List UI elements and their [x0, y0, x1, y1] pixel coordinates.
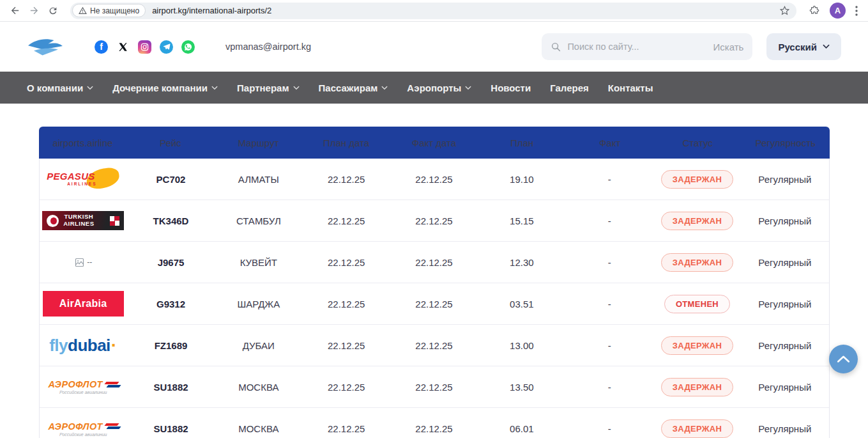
chevron-down-icon	[823, 44, 830, 49]
column-header-7: Статус	[653, 137, 742, 148]
flight-number: J9675	[127, 257, 215, 268]
plan-time: 12.30	[478, 257, 565, 268]
aeroflot-logo: АЭРОФЛОТРоссийские авиалинии	[48, 421, 118, 437]
flight-number: G9312	[127, 299, 215, 309]
nav-item-label: Пассажирам	[319, 82, 378, 93]
aeroflot-wing-icon	[105, 382, 118, 387]
fact-time: -	[565, 299, 653, 309]
airline-logo-cell: АЭРОФЛОТРоссийские авиалинии	[40, 421, 127, 437]
security-chip-label: Не защищено	[90, 6, 139, 15]
plan-time: 06.01	[478, 423, 565, 434]
fact-date: 22.12.25	[390, 257, 478, 268]
browser-actions: A	[805, 3, 862, 19]
security-chip[interactable]: Не защищено	[72, 4, 146, 17]
fact-time: -	[565, 423, 653, 434]
status-cell: ЗАДЕРЖАН	[653, 378, 741, 396]
status-badge: ЗАДЕРЖАН	[661, 419, 733, 438]
route: КУВЕЙТ	[215, 257, 302, 268]
aeroflot-wing-icon	[105, 423, 118, 429]
nav-item-4[interactable]: Аэропорты	[407, 82, 471, 93]
table-row: АЭРОФЛОТРоссийские авиалинииSU1882МОСКВА…	[40, 408, 829, 438]
site-header: f vpmanas@airport.kg Искать Русский	[0, 22, 868, 72]
site-logo[interactable]	[27, 35, 64, 58]
whatsapp-icon[interactable]	[181, 40, 195, 54]
chevron-down-icon	[465, 86, 471, 90]
flight-number: SU1882	[127, 382, 215, 393]
x-icon[interactable]	[116, 40, 130, 54]
nav-item-2[interactable]: Партнерам	[237, 82, 299, 93]
telegram-icon[interactable]	[160, 40, 173, 54]
flights-table-body: PEGASUSAIRLINESPC702АЛМАТЫ22.12.2522.12.…	[39, 159, 830, 438]
browser-forward-button[interactable]	[26, 3, 42, 19]
nav-item-label: Новости	[491, 82, 531, 93]
flights-table-header: airports.airlineРейсМаршрутПлан датаФакт…	[39, 127, 830, 159]
turkish-emblem-icon	[47, 215, 59, 227]
bookmark-star-icon[interactable]	[779, 5, 790, 16]
aeroflot-logo: АЭРОФЛОТРоссийские авиалинии	[48, 379, 118, 395]
route: ШАРДЖА	[215, 299, 302, 309]
chevron-down-icon	[211, 86, 218, 90]
nav-item-1[interactable]: Дочерние компании	[112, 82, 218, 93]
status-badge: ЗАДЕРЖАН	[661, 336, 733, 355]
flight-number: PC702	[127, 174, 215, 185]
table-row: АЭРОФЛОТРоссийские авиалинииSU1882МОСКВА…	[40, 366, 829, 408]
nav-item-label: Партнерам	[237, 82, 289, 93]
column-header-8: Регулярность	[742, 137, 830, 148]
nav-item-label: Галерея	[550, 82, 589, 93]
browser-back-button[interactable]	[6, 3, 23, 19]
route: ДУБАИ	[215, 340, 302, 351]
pegasus-airlines-logo: PEGASUSAIRLINES	[47, 168, 119, 190]
airline-logo-cell: AirArabia	[40, 291, 127, 317]
regularity: Регулярный	[741, 299, 828, 309]
column-header-5: План	[478, 137, 566, 148]
warning-triangle-icon	[79, 6, 87, 15]
fact-time: -	[565, 382, 653, 393]
table-row: flydubai·FZ1689ДУБАИ22.12.2522.12.2513.0…	[40, 325, 829, 366]
plan-date: 22.12.25	[302, 174, 390, 185]
browser-reload-button[interactable]	[45, 3, 61, 19]
contact-email: vpmanas@airport.kg	[225, 42, 311, 52]
nav-item-label: Аэропорты	[407, 82, 461, 93]
instagram-icon[interactable]	[138, 40, 151, 54]
nav-item-0[interactable]: О компании	[27, 82, 93, 93]
plan-date: 22.12.25	[302, 382, 390, 393]
extensions-icon[interactable]	[809, 5, 820, 16]
nav-item-6[interactable]: Галерея	[550, 82, 589, 93]
facebook-icon[interactable]: f	[95, 40, 108, 54]
search-icon	[551, 42, 561, 52]
nav-item-label: О компании	[27, 82, 83, 93]
scroll-to-top-button[interactable]	[829, 345, 858, 373]
language-selector[interactable]: Русский	[766, 33, 841, 60]
airline-logo-cell: TURKISHAIRLINES	[40, 211, 127, 230]
nav-item-5[interactable]: Новости	[491, 82, 531, 93]
flights-table: airports.airlineРейсМаршрутПлан датаФакт…	[39, 127, 830, 438]
search-input[interactable]	[567, 42, 713, 52]
plan-date: 22.12.25	[302, 340, 390, 351]
plan-time: 13.00	[478, 340, 565, 351]
browser-menu-icon[interactable]	[855, 6, 858, 16]
url-text: airport.kg/international-airports/2	[152, 6, 779, 15]
column-header-2: Маршрут	[215, 137, 303, 148]
plan-time: 13.50	[478, 382, 565, 393]
nav-item-7[interactable]: Контакты	[608, 82, 653, 93]
checkered-flag-icon	[110, 216, 119, 226]
fact-date: 22.12.25	[390, 340, 478, 351]
reload-icon	[48, 6, 58, 16]
back-arrow-icon	[10, 5, 20, 16]
site-search: Искать	[542, 33, 752, 60]
route: СТАМБУЛ	[215, 215, 302, 226]
table-row: AirArabiaG9312ШАРДЖА22.12.2522.12.2503.5…	[40, 283, 829, 325]
column-header-6: Факт	[566, 137, 654, 148]
status-badge: ЗАДЕРЖАН	[661, 253, 733, 272]
flight-number: FZ1689	[127, 340, 215, 351]
fact-date: 22.12.25	[390, 174, 478, 185]
airline-logo-cell: PEGASUSAIRLINES	[40, 168, 127, 190]
table-row: PEGASUSAIRLINESPC702АЛМАТЫ22.12.2522.12.…	[40, 159, 829, 200]
nav-item-3[interactable]: Пассажирам	[319, 82, 388, 93]
search-button[interactable]: Искать	[713, 42, 744, 52]
address-bar[interactable]: Не защищено airport.kg/international-air…	[70, 3, 796, 19]
status-cell: ЗАДЕРЖАН	[653, 253, 741, 272]
flight-number: SU1882	[127, 423, 215, 434]
fact-date: 22.12.25	[390, 382, 478, 393]
profile-avatar[interactable]: A	[830, 3, 846, 19]
